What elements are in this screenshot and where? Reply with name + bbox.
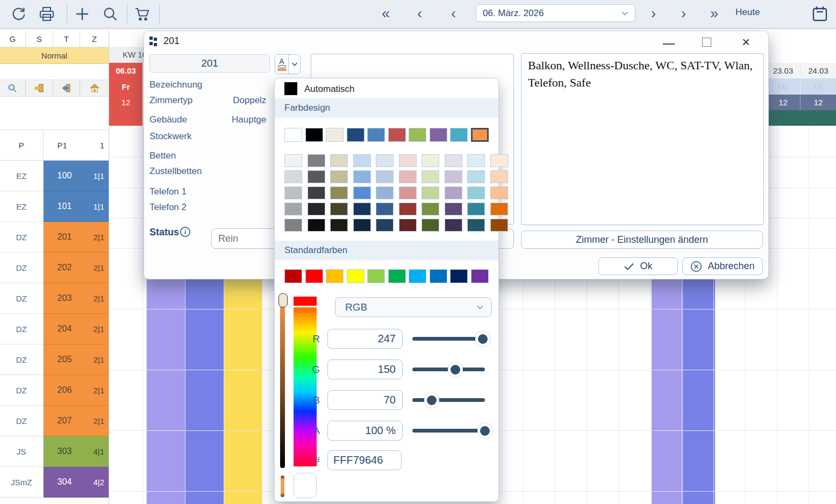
slider-thumb[interactable] (424, 393, 439, 408)
color-swatch[interactable] (347, 269, 365, 283)
nav-next-arrow[interactable]: › (651, 2, 656, 25)
color-swatch[interactable] (330, 154, 348, 167)
slider-track[interactable] (412, 429, 485, 433)
nav-prev-arrow[interactable]: ‹ (417, 2, 422, 25)
color-swatch[interactable] (353, 219, 371, 232)
channel-input-a[interactable] (327, 421, 403, 441)
room-cell-101[interactable]: 1011|1 (44, 191, 109, 222)
color-swatch[interactable] (421, 219, 439, 232)
slider-thumb[interactable] (448, 362, 463, 377)
room-cell-205[interactable]: 2052|1 (44, 344, 109, 375)
color-swatch[interactable] (399, 154, 417, 167)
check-out-button[interactable] (53, 80, 81, 96)
room-cell-204[interactable]: 2042|1 (44, 314, 109, 344)
slider-track[interactable] (412, 398, 485, 402)
color-swatch[interactable] (467, 219, 485, 232)
color-swatch[interactable] (308, 219, 325, 232)
color-swatch[interactable] (490, 186, 508, 199)
room-cell-207[interactable]: 2072|1 (44, 406, 109, 436)
channel-slider-r[interactable] (412, 329, 485, 349)
close-button[interactable]: × (740, 32, 752, 53)
color-swatch[interactable] (467, 170, 485, 183)
channel-slider-a[interactable] (412, 421, 485, 441)
color-swatch[interactable] (490, 219, 508, 232)
automatic-color-option[interactable]: Automatisch (304, 84, 355, 95)
color-swatch[interactable] (445, 186, 462, 199)
value-slider-handle[interactable] (278, 293, 288, 307)
date-select[interactable]: 06. März. 2026 (476, 4, 635, 22)
mini-slider[interactable] (281, 476, 284, 497)
color-swatch[interactable] (421, 186, 439, 199)
color-swatch[interactable] (284, 203, 302, 215)
color-swatch[interactable] (376, 203, 394, 215)
color-swatch[interactable] (430, 269, 447, 283)
room-settings-button[interactable]: Zimmer - Einstellungen ändern (521, 231, 763, 249)
color-swatch[interactable] (399, 203, 417, 215)
font-color-button[interactable]: A (275, 54, 301, 74)
slider-thumb[interactable] (477, 423, 492, 438)
room-cell-304[interactable]: 3044|2 (44, 467, 109, 498)
print-button[interactable] (38, 5, 56, 23)
color-swatch[interactable] (399, 170, 417, 183)
color-swatch[interactable] (305, 128, 323, 142)
slider-track[interactable] (412, 337, 485, 341)
status-info-icon[interactable] (180, 226, 191, 237)
color-swatch[interactable] (490, 154, 508, 167)
color-swatch[interactable] (367, 128, 385, 142)
color-swatch[interactable] (308, 170, 325, 183)
color-swatch[interactable] (421, 203, 439, 215)
hex-input[interactable] (327, 450, 402, 470)
ok-button[interactable]: Ok (598, 257, 678, 275)
add-button[interactable] (73, 5, 91, 23)
room-cell-203[interactable]: 2032|1 (44, 283, 109, 314)
color-swatch[interactable] (308, 154, 325, 167)
color-swatch[interactable] (308, 186, 325, 199)
color-swatch[interactable] (409, 269, 426, 283)
check-in-button[interactable] (26, 80, 53, 96)
color-swatch[interactable] (326, 269, 344, 283)
search-button[interactable] (101, 5, 119, 23)
calendar-current-day-column[interactable]: 06.03 Fr 12 (109, 63, 142, 126)
color-swatch[interactable] (467, 186, 485, 199)
color-swatch[interactable] (308, 203, 325, 215)
color-swatch[interactable] (284, 219, 302, 232)
automatic-color-swatch[interactable] (284, 82, 297, 95)
color-swatch[interactable] (376, 186, 394, 199)
color-mode-select[interactable]: RGB (335, 297, 492, 317)
color-swatch[interactable] (353, 186, 371, 199)
room-cell-303[interactable]: 3034|1 (44, 436, 109, 467)
room-cell-202[interactable]: 2022|1 (44, 253, 109, 283)
color-swatch[interactable] (409, 128, 426, 142)
color-swatch[interactable] (450, 269, 468, 283)
nav-prev-arrow[interactable]: ‹ (451, 2, 456, 25)
cart-button[interactable] (133, 5, 152, 23)
color-swatch[interactable] (284, 170, 302, 183)
color-swatch[interactable] (367, 269, 385, 283)
color-swatch[interactable] (421, 170, 439, 183)
color-swatch[interactable] (330, 170, 348, 183)
nav-next-arrow[interactable]: › (681, 2, 686, 25)
color-swatch[interactable] (471, 128, 489, 142)
color-swatch[interactable] (326, 128, 344, 142)
color-swatch[interactable] (399, 186, 417, 199)
color-swatch[interactable] (353, 203, 371, 215)
nav-prev-arrow[interactable]: « (382, 2, 390, 25)
minimize-button[interactable] (663, 44, 675, 45)
color-swatch[interactable] (445, 170, 462, 183)
color-swatch[interactable] (445, 154, 462, 167)
color-swatch[interactable] (330, 219, 348, 232)
color-swatch[interactable] (430, 128, 447, 142)
color-swatch[interactable] (490, 203, 508, 215)
color-swatch[interactable] (305, 269, 323, 283)
channel-slider-b[interactable] (412, 390, 485, 410)
color-swatch[interactable] (284, 186, 302, 199)
color-swatch[interactable] (353, 170, 371, 183)
color-swatch[interactable] (284, 154, 302, 167)
color-swatch[interactable] (376, 219, 394, 232)
slider-thumb[interactable] (475, 332, 490, 347)
color-swatch[interactable] (388, 269, 406, 283)
color-swatch[interactable] (376, 170, 394, 183)
room-search-button[interactable] (0, 80, 26, 96)
nav-next-arrow[interactable]: » (710, 2, 718, 25)
room-cell-201[interactable]: 2012|1 (44, 222, 109, 253)
